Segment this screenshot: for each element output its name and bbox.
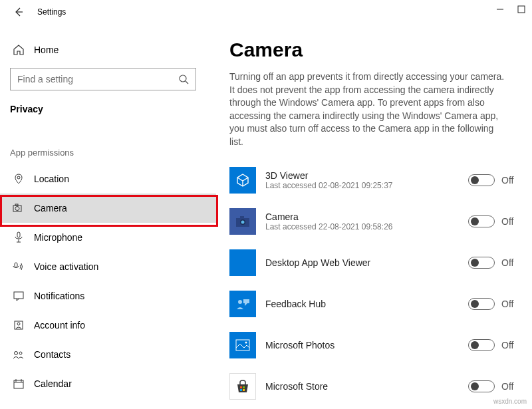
app-name: 3D Viewer	[265, 170, 468, 181]
app-row-camera: Camera Last accessed 22-08-2021 09:58:26…	[229, 201, 519, 242]
svg-rect-8	[17, 232, 20, 237]
page-description: Turning off an app prevents it from dire…	[229, 70, 509, 149]
svg-point-6	[15, 207, 19, 211]
search-box[interactable]	[10, 68, 196, 90]
svg-point-25	[238, 300, 242, 304]
sidebar-item-location[interactable]: Location	[0, 164, 216, 194]
app-name: Microsoft Store	[265, 381, 468, 392]
svg-rect-11	[15, 263, 17, 267]
toggle-desktop-viewer[interactable]	[468, 257, 495, 269]
section-title: Privacy	[10, 104, 216, 114]
svg-line-3	[186, 81, 188, 84]
app-row-store: Microsoft Store Off	[229, 366, 519, 407]
sidebar-item-label: Camera	[34, 203, 67, 213]
svg-point-2	[180, 75, 186, 82]
sidebar-item-calendar[interactable]: Calendar	[0, 369, 216, 398]
svg-rect-24	[240, 216, 244, 218]
sidebar-item-label: Calendar	[34, 378, 72, 389]
subsection-title: App permissions	[10, 148, 216, 158]
toggle-state: Off	[501, 299, 519, 309]
app-icon-photos	[229, 332, 256, 358]
sidebar: Home Privacy App permissions Location Ca…	[0, 24, 216, 409]
svg-rect-31	[240, 389, 242, 391]
sidebar-item-label: Contacts	[34, 349, 70, 360]
svg-rect-12	[14, 292, 23, 299]
svg-point-23	[241, 220, 245, 223]
app-row-feedback-hub: Feedback Hub Off	[229, 283, 519, 325]
maximize-button[interactable]	[517, 5, 527, 15]
notifications-icon	[13, 290, 25, 302]
svg-point-16	[19, 352, 22, 354]
camera-icon	[13, 202, 25, 214]
toggle-store[interactable]	[468, 380, 495, 392]
minimize-button[interactable]	[496, 5, 505, 15]
toggle-state: Off	[501, 175, 519, 186]
app-sub: Last accessed 22-08-2021 09:58:26	[265, 222, 468, 231]
sidebar-item-notifications[interactable]: Notifications	[0, 281, 216, 311]
sidebar-item-label: Notifications	[34, 291, 84, 301]
sidebar-item-label: Voice activation	[34, 261, 98, 272]
window-title: Settings	[37, 7, 66, 17]
toggle-state: Off	[501, 340, 519, 350]
sidebar-item-microphone[interactable]: Microphone	[0, 223, 216, 252]
contacts-icon	[13, 348, 25, 360]
search-input[interactable]	[17, 74, 178, 84]
toggle-state: Off	[501, 381, 519, 392]
sidebar-item-camera[interactable]: Camera	[0, 194, 216, 223]
svg-point-4	[17, 176, 20, 179]
toggle-camera[interactable]	[468, 215, 495, 227]
account-icon	[13, 319, 25, 331]
app-icon-3d-viewer	[229, 167, 256, 194]
toggle-state: Off	[501, 216, 519, 227]
app-name: Feedback Hub	[265, 299, 468, 309]
app-row-3d-viewer: 3D Viewer Last accessed 02-08-2021 09:25…	[229, 160, 519, 201]
calendar-icon	[13, 378, 25, 390]
sidebar-item-label: Microphone	[34, 232, 82, 243]
svg-rect-27	[236, 340, 249, 350]
sidebar-item-account-info[interactable]: Account info	[0, 311, 216, 340]
toggle-photos[interactable]	[468, 339, 495, 351]
svg-rect-32	[243, 389, 245, 391]
arrow-left-icon	[13, 7, 24, 17]
home-link[interactable]: Home	[10, 44, 216, 56]
toggle-state: Off	[501, 257, 519, 268]
location-icon	[13, 173, 25, 185]
main-content: Camera Turning off an app prevents it fr…	[216, 24, 532, 409]
svg-rect-1	[518, 6, 525, 13]
svg-rect-7	[15, 204, 18, 205]
sidebar-item-label: Location	[34, 174, 69, 184]
svg-rect-29	[240, 386, 242, 388]
app-icon-camera	[229, 208, 256, 235]
svg-rect-30	[243, 386, 245, 388]
svg-point-15	[15, 352, 18, 355]
app-name: Desktop App Web Viewer	[265, 257, 468, 268]
svg-point-28	[245, 341, 247, 343]
home-label: Home	[34, 45, 59, 55]
microphone-icon	[13, 231, 25, 243]
home-icon	[13, 44, 25, 56]
watermark: wsxdn.com	[493, 398, 527, 405]
app-icon-feedback-hub	[229, 291, 256, 317]
app-icon-store	[229, 373, 256, 400]
back-button[interactable]	[7, 0, 31, 24]
svg-rect-17	[14, 380, 23, 388]
svg-point-14	[17, 323, 20, 325]
app-name: Camera	[265, 211, 468, 222]
window-controls	[496, 5, 527, 15]
sidebar-item-label: Account info	[34, 320, 85, 331]
sidebar-item-voice-activation[interactable]: Voice activation	[0, 252, 216, 281]
toggle-3d-viewer[interactable]	[468, 174, 495, 186]
app-name: Microsoft Photos	[265, 340, 468, 350]
search-icon	[178, 74, 189, 84]
app-icon-desktop-viewer	[229, 249, 256, 276]
voice-icon	[13, 261, 25, 273]
app-row-onenote: N OneNote for Windows 10 Off	[229, 407, 519, 409]
app-row-desktop-viewer: Desktop App Web Viewer Off	[229, 242, 519, 283]
titlebar: Settings	[0, 0, 532, 24]
app-row-photos: Microsoft Photos Off	[229, 325, 519, 366]
toggle-feedback-hub[interactable]	[468, 298, 495, 310]
page-title: Camera	[229, 39, 519, 61]
svg-rect-26	[243, 299, 249, 303]
app-sub: Last accessed 02-08-2021 09:25:37	[265, 181, 468, 190]
sidebar-item-contacts[interactable]: Contacts	[0, 340, 216, 369]
